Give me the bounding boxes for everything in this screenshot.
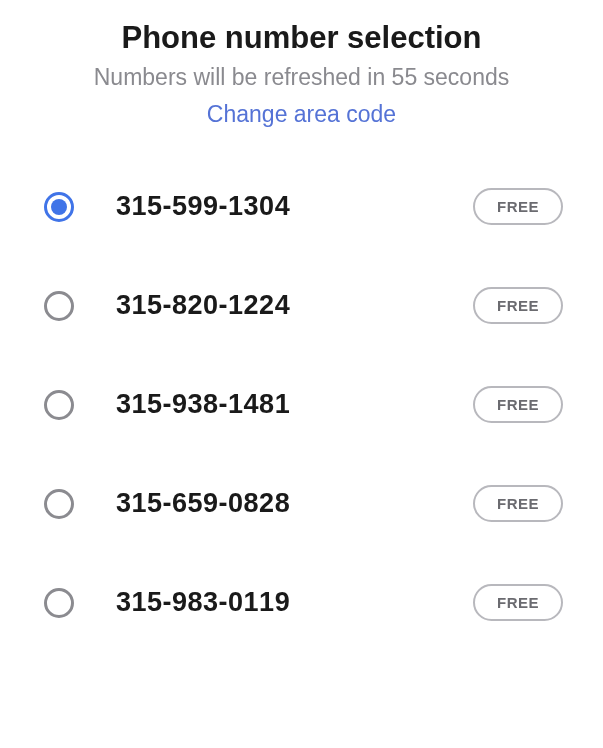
phone-number-label: 315-820-1224: [116, 290, 473, 321]
phone-number-label: 315-938-1481: [116, 389, 473, 420]
price-badge: FREE: [473, 386, 563, 423]
phone-number-label: 315-599-1304: [116, 191, 473, 222]
phone-number-row[interactable]: 315-599-1304FREE: [44, 188, 563, 225]
radio-button[interactable]: [44, 588, 74, 618]
phone-number-row[interactable]: 315-659-0828FREE: [44, 485, 563, 522]
header: Phone number selection Numbers will be r…: [0, 20, 603, 168]
phone-number-row[interactable]: 315-983-0119FREE: [44, 584, 563, 621]
change-area-code-link[interactable]: Change area code: [207, 101, 396, 128]
radio-button[interactable]: [44, 192, 74, 222]
phone-number-row[interactable]: 315-938-1481FREE: [44, 386, 563, 423]
radio-button[interactable]: [44, 291, 74, 321]
phone-number-label: 315-983-0119: [116, 587, 473, 618]
phone-number-list: 315-599-1304FREE315-820-1224FREE315-938-…: [0, 168, 603, 621]
page-title: Phone number selection: [30, 20, 573, 56]
phone-number-row[interactable]: 315-820-1224FREE: [44, 287, 563, 324]
price-badge: FREE: [473, 188, 563, 225]
radio-button[interactable]: [44, 390, 74, 420]
price-badge: FREE: [473, 485, 563, 522]
radio-button[interactable]: [44, 489, 74, 519]
refresh-countdown: Numbers will be refreshed in 55 seconds: [30, 64, 573, 91]
phone-number-label: 315-659-0828: [116, 488, 473, 519]
price-badge: FREE: [473, 287, 563, 324]
price-badge: FREE: [473, 584, 563, 621]
